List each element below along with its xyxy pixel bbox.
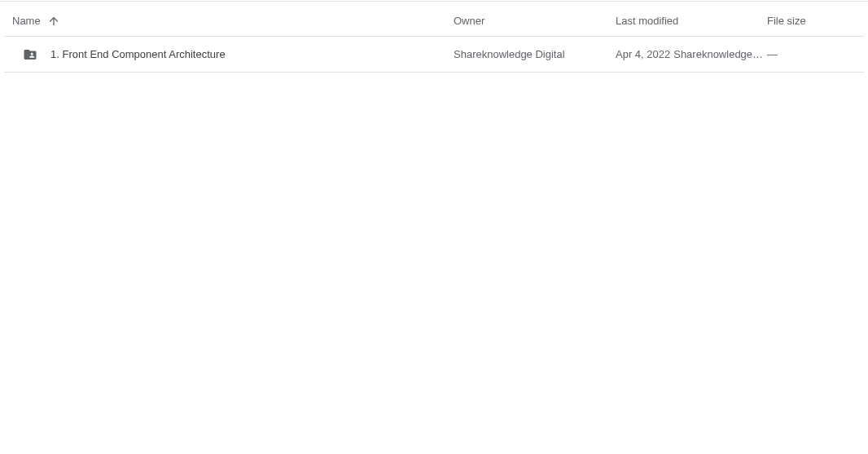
modified-by-text: Shareknowledge D… xyxy=(673,48,765,60)
column-header-modified[interactable]: Last modified xyxy=(616,15,767,27)
top-divider xyxy=(0,1,868,2)
header-size-label: File size xyxy=(767,15,806,27)
header-name-label: Name xyxy=(12,15,41,27)
file-table: Name Owner Last modified File size 1. Fr… xyxy=(0,6,868,73)
modified-date-text: Apr 4, 2022 xyxy=(616,48,670,60)
header-modified-label: Last modified xyxy=(616,15,678,27)
column-header-size[interactable]: File size xyxy=(767,15,860,27)
cell-owner: Shareknowledge Digital xyxy=(454,48,616,60)
table-header-row: Name Owner Last modified File size xyxy=(4,6,864,37)
cell-size: — xyxy=(767,48,860,60)
cell-modified: Apr 4, 2022 Shareknowledge D… xyxy=(616,48,767,60)
cell-name: 1. Front End Component Architecture xyxy=(8,47,454,62)
sort-ascending-icon xyxy=(47,15,60,28)
table-row[interactable]: 1. Front End Component Architecture Shar… xyxy=(4,37,864,73)
column-header-owner[interactable]: Owner xyxy=(454,15,616,27)
item-name-text: 1. Front End Component Architecture xyxy=(50,48,226,60)
header-owner-label: Owner xyxy=(454,15,484,27)
shared-folder-icon xyxy=(23,47,37,62)
column-header-name[interactable]: Name xyxy=(8,15,454,28)
